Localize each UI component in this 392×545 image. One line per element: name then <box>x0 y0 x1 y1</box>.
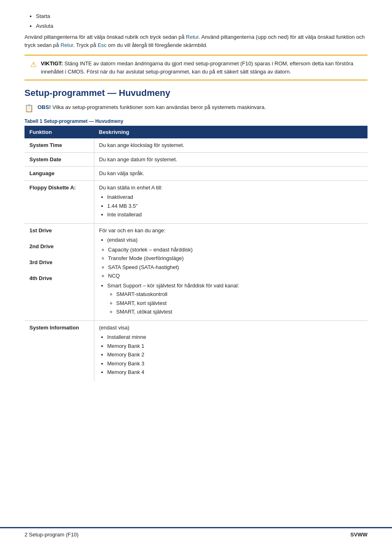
table-row: System Date Du kan ange datum för system… <box>24 152 368 167</box>
table-row: Language Du kan välja språk. <box>24 167 368 181</box>
cell-function-system-date: System Date <box>24 152 94 167</box>
drive-3rd-label: 3rd Drive <box>29 258 89 267</box>
cell-desc-system-date: Du kan ange datum för systemet. <box>94 152 368 167</box>
drives-sub-list: Capacity (storlek – endast hårddisk) Tra… <box>99 246 363 280</box>
sysinfo-memory-bank-4: Memory Bank 4 <box>107 368 363 376</box>
note-label: OBS! <box>38 104 51 110</box>
drives-sata-speed: SATA Speed (SATA-hastighet) <box>108 263 363 271</box>
table-caption: Tabell 1 Setup-programmet — Huvudmeny <box>24 118 368 124</box>
col-header-beskrivning: Beskrivning <box>94 126 368 138</box>
floppy-bullet-list: Inaktiverad 1.44 MB 3.5" Inte installera… <box>99 193 363 219</box>
drives-header-text: För var och en kan du ange: <box>99 227 166 234</box>
cell-function-floppy: Floppy Diskette A: <box>24 180 94 223</box>
cell-desc-system-time: Du kan ange klockslag för systemet. <box>94 138 368 152</box>
drives-smart-extended: SMART, utökat självtest <box>116 308 363 316</box>
intro-link-retur-1[interactable]: Retur <box>186 34 198 40</box>
table-body: System Time Du kan ange klockslag för sy… <box>24 138 368 381</box>
intro-text-1: Använd piltangenterna för att välja önsk… <box>24 34 186 40</box>
footer: 2 Setup-program (F10) SVWW <box>0 527 392 538</box>
floppy-item-3: Inte installerad <box>107 211 363 219</box>
intro-link-esc[interactable]: Esc <box>98 42 107 48</box>
drives-ncq: NCQ <box>108 272 363 280</box>
sysinfo-memory-bank-3: Memory Bank 3 <box>107 360 363 368</box>
note-body: Vilka av setup-programmets funktioner so… <box>52 104 266 110</box>
intro-text-4: om du vill återgå till föregående skärmb… <box>107 42 207 48</box>
footer-page-label: Setup-program (F10) <box>29 532 78 538</box>
drives-main-list: (endast visa) <box>99 236 363 244</box>
intro-link-retur-2[interactable]: Retur <box>60 42 73 48</box>
floppy-item-2: 1.44 MB 3.5" <box>107 202 363 210</box>
drives-capacity: Capacity (storlek – endast hårddisk) <box>108 246 363 254</box>
cell-desc-drives: För var och en kan du ange: (endast visa… <box>94 223 368 320</box>
table-row: 1st Drive 2nd Drive 3rd Drive 4th Drive … <box>24 223 368 320</box>
floppy-item-1: Inaktiverad <box>107 193 363 201</box>
table-header: Funktion Beskrivning <box>24 126 368 138</box>
bullet-avsluta: Avsluta <box>36 22 368 30</box>
cell-desc-sysinfo: (endast visa) Installerat minne Memory B… <box>94 320 368 381</box>
sysinfo-memory-bank-2: Memory Bank 2 <box>107 351 363 359</box>
drive-4th-label: 4th Drive <box>29 274 89 283</box>
bullet-starta: Starta <box>36 12 368 20</box>
intro-section: Starta Avsluta Använd piltangenterna för… <box>24 12 368 49</box>
table-row: Floppy Diskette A: Du kan ställa in enhe… <box>24 180 368 223</box>
note-text: OBS! Vilka av setup-programmets funktion… <box>38 103 266 111</box>
cell-function-sysinfo: System Information <box>24 320 94 381</box>
footer-page-number: 2 <box>24 532 27 538</box>
warning-label: VIKTIGT: <box>41 60 63 67</box>
intro-text-3: . Tryck på <box>73 42 98 48</box>
warning-icon: ⚠ <box>30 60 37 69</box>
drive-2nd-label: 2nd Drive <box>29 242 89 251</box>
footer-left: 2 Setup-program (F10) <box>24 532 78 538</box>
drives-smart-list: Smart Support – kör självtest för hårddi… <box>99 282 363 316</box>
drives-smart-support: Smart Support – kör självtest för hårddi… <box>107 282 363 316</box>
warning-text: VIKTIGT: Stäng INTE av datorn medan ändr… <box>41 60 362 76</box>
drives-only-view: (endast visa) <box>107 236 363 244</box>
drives-smart-short: SMART, kort självtest <box>116 299 363 307</box>
cell-function-system-time: System Time <box>24 138 94 152</box>
cell-desc-floppy: Du kan ställa in enhet A till: Inaktiver… <box>94 180 368 223</box>
main-table: Funktion Beskrivning System Time Du kan … <box>24 126 368 381</box>
cell-function-drives: 1st Drive 2nd Drive 3rd Drive 4th Drive <box>24 223 94 320</box>
note-box: 📋 OBS! Vilka av setup-programmets funkti… <box>24 103 368 113</box>
sysinfo-bullet-list: Installerat minne Memory Bank 1 Memory B… <box>99 333 363 376</box>
section-heading: Setup-programmet — Huvudmeny <box>24 88 368 98</box>
intro-bullet-list: Starta Avsluta <box>24 12 368 30</box>
drives-smart-status: SMART-statuskontroll <box>116 290 363 298</box>
table-header-row: Funktion Beskrivning <box>24 126 368 138</box>
drive-1st-label: 1st Drive <box>29 227 89 235</box>
page: Starta Avsluta Använd piltangenterna för… <box>0 0 392 545</box>
floppy-desc-text: Du kan ställa in enhet A till: <box>99 185 163 191</box>
table-row: System Time Du kan ange klockslag för sy… <box>24 138 368 152</box>
warning-box: ⚠ VIKTIGT: Stäng INTE av datorn medan än… <box>24 55 368 80</box>
intro-paragraph: Använd piltangenterna för att välja önsk… <box>24 33 368 49</box>
drives-transfer: Transfer Mode (överföringsläge) <box>108 254 363 262</box>
sysinfo-memory-bank-1: Memory Bank 1 <box>107 342 363 350</box>
sysinfo-installed-mem: Installerat minne <box>107 333 363 341</box>
cell-function-language: Language <box>24 167 94 181</box>
cell-desc-language: Du kan välja språk. <box>94 167 368 181</box>
drives-smart-sublist: SMART-statuskontroll SMART, kort självte… <box>107 290 363 316</box>
table-row: System Information (endast visa) Install… <box>24 320 368 381</box>
warning-body: Stäng INTE av datorn medan ändringarna d… <box>41 60 353 75</box>
col-header-funktion: Funktion <box>24 126 94 138</box>
sysinfo-only-view: (endast visa) <box>99 325 129 331</box>
footer-right: SVWW <box>350 532 368 538</box>
note-icon: 📋 <box>24 104 33 113</box>
